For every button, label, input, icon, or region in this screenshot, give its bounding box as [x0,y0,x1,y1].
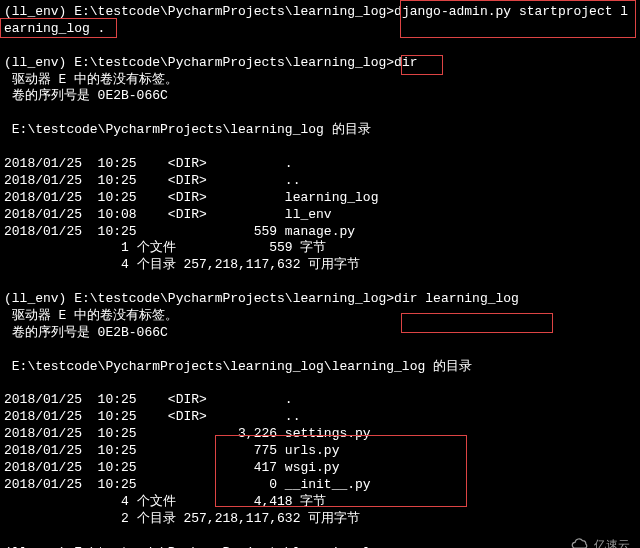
dir-entry: 2018/01/25 10:25 417 wsgi.py [4,460,636,477]
command-text: django-admin.py startproject l [394,4,628,19]
volume-serial: 卷的序列号是 0E2B-066C [4,88,636,105]
dir-summary: 2 个目录 257,218,117,632 可用字节 [4,511,636,528]
volume-info: 驱动器 E 中的卷没有标签。 [4,308,636,325]
terminal-line: (ll_env) E:\testcode\PycharmProjects\lea… [4,4,636,21]
prompt: (ll_env) E:\testcode\PycharmProjects\lea… [4,4,394,19]
dir-summary: 4 个文件 4,418 字节 [4,494,636,511]
dir-header: E:\testcode\PycharmProjects\learning_log… [4,359,636,376]
prompt: (ll_env) E:\testcode\PycharmProjects\lea… [4,545,394,549]
dir-entry: 2018/01/25 10:25 <DIR> . [4,156,636,173]
dir-summary: 4 个目录 257,218,117,632 可用字节 [4,257,636,274]
dir-header: E:\testcode\PycharmProjects\learning_log… [4,122,636,139]
dir-entry: 2018/01/25 10:25 <DIR> .. [4,409,636,426]
volume-serial: 卷的序列号是 0E2B-066C [4,325,636,342]
watermark-text: 亿速云 [594,538,630,548]
blank-line [4,528,636,545]
dir-entry: 2018/01/25 10:25 559 manage.py [4,224,636,241]
volume-info: 驱动器 E 中的卷没有标签。 [4,72,636,89]
blank-line [4,342,636,359]
prompt: (ll_env) E:\testcode\PycharmProjects\lea… [4,55,394,70]
dir-entry: 2018/01/25 10:25 775 urls.py [4,443,636,460]
command-text: dir [394,55,417,70]
blank-line [4,105,636,122]
dir-entry: 2018/01/25 10:25 3,226 settings.py [4,426,636,443]
terminal-line: (ll_env) E:\testcode\PycharmProjects\lea… [4,55,636,72]
blank-line [4,38,636,55]
dir-entry: 2018/01/25 10:25 <DIR> learning_log [4,190,636,207]
dir-entry: 2018/01/25 10:08 <DIR> ll_env [4,207,636,224]
dir-summary: 1 个文件 559 字节 [4,240,636,257]
dir-entry: 2018/01/25 10:25 <DIR> .. [4,173,636,190]
terminal-line[interactable]: (ll_env) E:\testcode\PycharmProjects\lea… [4,545,636,549]
blank-line [4,274,636,291]
command-text: dir learning_log [394,291,519,306]
dir-entry: 2018/01/25 10:25 0 __init__.py [4,477,636,494]
terminal-line: (ll_env) E:\testcode\PycharmProjects\lea… [4,291,636,308]
dir-entry: 2018/01/25 10:25 <DIR> . [4,392,636,409]
blank-line [4,139,636,156]
watermark: 亿速云 [570,537,630,548]
terminal-line: earning_log . [4,21,636,38]
cloud-icon [570,537,590,548]
prompt: (ll_env) E:\testcode\PycharmProjects\lea… [4,291,394,306]
blank-line [4,376,636,393]
